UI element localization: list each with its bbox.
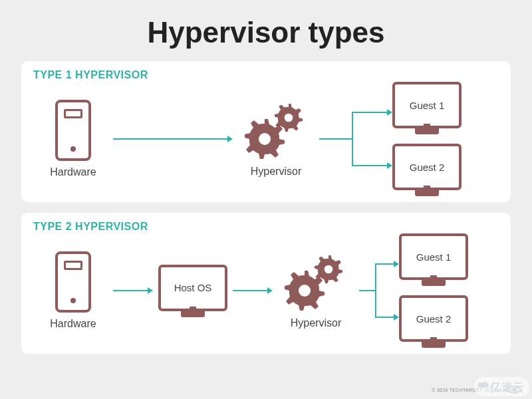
arrow-icon	[113, 132, 233, 146]
arrow-branch-icon	[359, 241, 399, 340]
svg-marker-12	[394, 261, 399, 267]
gears-icon	[239, 100, 313, 160]
watermark: 亿速云	[474, 377, 529, 396]
monitor-icon: Guest 1	[392, 82, 462, 128]
label-hypervisor: Hypervisor	[251, 166, 301, 178]
monitor-stand-icon	[181, 311, 205, 317]
svg-marker-1	[227, 136, 233, 142]
monitor-stand-icon	[415, 128, 439, 134]
guest-stack: Guest 1 Guest 2	[392, 82, 462, 196]
monitor-stand-icon	[415, 190, 439, 196]
svg-point-11	[325, 265, 333, 274]
label-guest1: Guest 1	[410, 100, 445, 111]
node-guest2: Guest 2	[392, 144, 462, 196]
svg-marker-4	[387, 109, 392, 116]
computer-tower-icon	[55, 100, 91, 161]
svg-marker-5	[387, 162, 392, 169]
panel-heading-type2: TYPE 2 HYPERVISOR	[33, 221, 499, 233]
panel-type1: TYPE 1 HYPERVISOR Hardware	[21, 61, 511, 202]
svg-point-2	[259, 133, 271, 145]
node-hardware: Hardware	[33, 100, 113, 178]
panel-type2: TYPE 2 HYPERVISOR Hardware Host OS	[21, 213, 511, 354]
label-host-os: Host OS	[174, 282, 212, 293]
node-host-os: Host OS	[153, 265, 233, 317]
node-hypervisor: Hypervisor	[273, 252, 359, 329]
watermark-text: 亿速云	[490, 380, 524, 395]
computer-tower-icon	[55, 251, 91, 313]
label-hardware: Hardware	[50, 166, 96, 178]
label-hardware: Hardware	[50, 318, 96, 330]
monitor-icon: Host OS	[158, 265, 227, 311]
monitor-icon: Guest 2	[392, 144, 462, 190]
label-guest2: Guest 2	[416, 313, 452, 325]
page-title: Hypervisor types	[0, 0, 532, 61]
label-guest1: Guest 1	[416, 251, 452, 263]
node-hardware: Hardware	[33, 251, 113, 330]
guest-stack: Guest 1 Guest 2	[399, 233, 468, 348]
arrow-icon	[233, 284, 273, 297]
panel-heading-type1: TYPE 1 HYPERVISOR	[33, 69, 499, 81]
node-hypervisor: Hypervisor	[233, 100, 319, 178]
cloud-icon	[477, 378, 490, 392]
svg-point-10	[299, 285, 311, 297]
monitor-stand-icon	[422, 279, 446, 286]
label-guest2: Guest 2	[410, 162, 445, 173]
gears-icon	[279, 252, 352, 312]
arrow-branch-icon	[319, 89, 392, 189]
svg-marker-7	[148, 287, 153, 294]
arrow-icon	[113, 284, 153, 297]
node-guest2: Guest 2	[399, 295, 468, 348]
monitor-icon: Guest 1	[399, 233, 468, 280]
node-guest1: Guest 1	[392, 82, 462, 134]
label-hypervisor: Hypervisor	[291, 317, 341, 329]
monitor-icon: Guest 2	[399, 295, 468, 342]
svg-marker-13	[394, 314, 399, 321]
monitor-stand-icon	[422, 341, 446, 348]
node-guest1: Guest 1	[399, 233, 468, 286]
svg-marker-9	[267, 287, 273, 294]
svg-point-3	[285, 114, 293, 122]
